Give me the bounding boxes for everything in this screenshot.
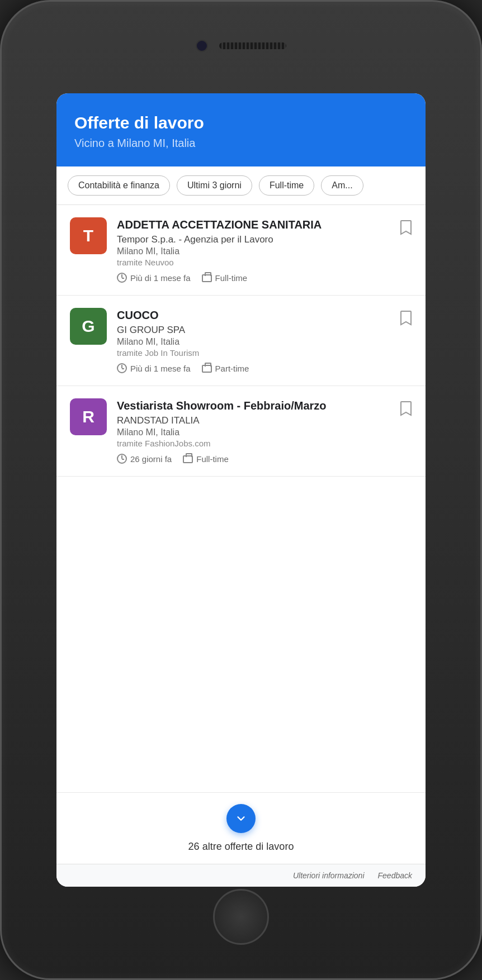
chip-fulltime[interactable]: Full-time (259, 175, 314, 196)
job-info-2: CUOCO GI GROUP SPA Milano MI, Italia tra… (117, 308, 412, 373)
job-company-2: GI GROUP SPA (117, 325, 412, 336)
job-list: T ADDETTA ACCETTAZIONE SANITARIA Tempor … (56, 205, 426, 792)
load-more-section: 26 altre offerte di lavoro (56, 792, 426, 864)
briefcase-icon (202, 365, 212, 373)
job-meta-3: 26 giorni fa Full-time (117, 454, 412, 464)
briefcase-icon (183, 455, 193, 463)
job-logo-3: R (70, 398, 107, 435)
job-meta-2: Più di 1 mese fa Part-time (117, 363, 412, 373)
job-type-2: Part-time (202, 364, 249, 373)
table-row[interactable]: G CUOCO GI GROUP SPA Milano MI, Italia t… (56, 296, 426, 386)
clock-icon (117, 273, 127, 283)
chip-days[interactable]: Ultimi 3 giorni (177, 175, 252, 196)
job-logo-1: T (70, 217, 107, 254)
bookmark-button-3[interactable] (398, 398, 414, 420)
job-location-2: Milano MI, Italia (117, 337, 412, 347)
screen: Offerte di lavoro Vicino a Milano MI, It… (56, 93, 426, 887)
more-jobs-count: 26 altre offerte di lavoro (188, 841, 294, 853)
job-location-3: Milano MI, Italia (117, 427, 412, 437)
job-source-3: tramite FashionJobs.com (117, 439, 412, 448)
job-title-1: ADDETTA ACCETTAZIONE SANITARIA (117, 217, 412, 232)
more-info-link[interactable]: Ulteriori informazioni (293, 871, 365, 880)
job-time-3: 26 giorni fa (117, 454, 172, 464)
job-time-2: Più di 1 mese fa (117, 363, 191, 373)
filter-bar: Contabilità e finanza Ultimi 3 giorni Fu… (56, 166, 426, 205)
job-time-1: Più di 1 mese fa (117, 273, 191, 283)
camera-icon (196, 40, 208, 52)
header-section: Offerte di lavoro Vicino a Milano MI, It… (56, 93, 426, 166)
job-company-3: RANDSTAD ITALIA (117, 415, 412, 426)
job-type-3: Full-time (183, 454, 229, 464)
job-logo-2: G (70, 308, 107, 345)
table-row[interactable]: T ADDETTA ACCETTAZIONE SANITARIA Tempor … (56, 205, 426, 296)
job-title-3: Vestiarista Showroom - Febbraio/Marzo (117, 398, 412, 413)
clock-icon (117, 454, 127, 464)
clock-icon (117, 363, 127, 373)
briefcase-icon (202, 274, 212, 282)
chip-more[interactable]: Am... (321, 175, 363, 196)
job-info-1: ADDETTA ACCETTAZIONE SANITARIA Tempor S.… (117, 217, 412, 283)
job-company-1: Tempor S.p.a. - Agenzia per il Lavoro (117, 234, 412, 245)
page-subtitle: Vicino a Milano MI, Italia (74, 137, 408, 150)
job-info-3: Vestiarista Showroom - Febbraio/Marzo RA… (117, 398, 412, 464)
job-type-1: Full-time (202, 273, 248, 283)
bookmark-button-2[interactable] (398, 308, 414, 330)
chip-accounting[interactable]: Contabilità e finanza (68, 175, 170, 196)
expand-button[interactable] (226, 804, 256, 833)
feedback-link[interactable]: Feedback (378, 871, 412, 880)
job-title-2: CUOCO (117, 308, 412, 322)
table-row[interactable]: R Vestiarista Showroom - Febbraio/Marzo … (56, 386, 426, 477)
job-meta-1: Più di 1 mese fa Full-time (117, 273, 412, 283)
phone-top-bar (196, 40, 286, 52)
home-button[interactable] (213, 889, 269, 945)
page-title: Offerte di lavoro (74, 113, 408, 132)
job-location-1: Milano MI, Italia (117, 246, 412, 256)
speaker-grill (219, 42, 286, 49)
phone-frame: Offerte di lavoro Vicino a Milano MI, It… (0, 0, 482, 980)
footer-bar: Ulteriori informazioni Feedback (56, 864, 426, 887)
job-source-1: tramite Neuvoo (117, 258, 412, 267)
bookmark-button-1[interactable] (398, 217, 414, 239)
job-source-2: tramite Job In Tourism (117, 348, 412, 358)
